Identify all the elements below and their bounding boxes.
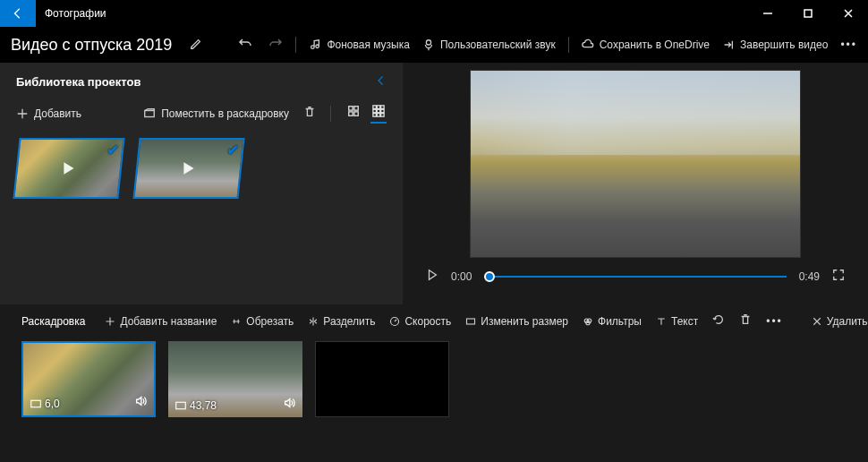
- fullscreen-button[interactable]: [832, 269, 845, 284]
- rotate-icon: [712, 313, 725, 326]
- check-icon: ✔: [226, 141, 239, 158]
- svg-rect-14: [377, 114, 380, 117]
- rotate-button[interactable]: [712, 313, 725, 329]
- delete-button[interactable]: [303, 106, 316, 121]
- svg-rect-10: [373, 109, 377, 113]
- add-title-button[interactable]: Добавить название: [105, 315, 217, 328]
- svg-rect-7: [373, 106, 377, 109]
- svg-rect-22: [176, 402, 186, 409]
- project-title: Видео с отпуска 2019: [11, 36, 172, 55]
- svg-rect-13: [373, 114, 377, 117]
- player-bar: 0:00 0:49: [421, 258, 850, 295]
- grid-large-button[interactable]: [370, 103, 387, 124]
- play-icon: [426, 269, 438, 281]
- resize-button[interactable]: Изменить размер: [465, 315, 568, 328]
- minimize-icon: [763, 9, 772, 18]
- delete-all-button[interactable]: Удалить все: [812, 315, 868, 328]
- titlebar: Фотографии: [0, 0, 868, 27]
- add-media-button[interactable]: Добавить: [16, 107, 81, 120]
- grid-3x3-icon: [372, 105, 385, 117]
- resize-icon: [465, 316, 476, 327]
- custom-sound-button[interactable]: Пользовательский звук: [422, 38, 556, 51]
- grid-2x2-icon: [347, 105, 360, 117]
- pencil-icon: [190, 38, 202, 50]
- place-storyboard-button[interactable]: Поместить в раскадровку: [143, 107, 289, 120]
- undo-icon: [238, 37, 252, 51]
- svg-rect-2: [145, 110, 155, 116]
- split-button[interactable]: Разделить: [308, 315, 375, 328]
- redo-icon: [268, 37, 283, 51]
- trash-icon: [739, 313, 752, 326]
- svg-rect-12: [381, 109, 385, 113]
- text-icon: [656, 316, 667, 327]
- app-name: Фотографии: [45, 7, 106, 20]
- volume-icon: [134, 395, 147, 410]
- close-icon: [844, 9, 853, 18]
- svg-rect-6: [354, 112, 358, 116]
- seek-bar[interactable]: [484, 276, 786, 278]
- svg-rect-5: [349, 112, 353, 116]
- filters-button[interactable]: Фильтры: [583, 315, 642, 328]
- storyboard-title: Раскадровка: [21, 315, 85, 328]
- svg-rect-4: [354, 107, 358, 110]
- maximize-button[interactable]: [787, 0, 828, 27]
- svg-rect-21: [31, 400, 41, 407]
- text-button[interactable]: Текст: [656, 315, 698, 328]
- clip-1[interactable]: 6,0: [21, 341, 156, 417]
- undo-button[interactable]: [238, 37, 252, 54]
- svg-point-1: [426, 40, 430, 45]
- preview-canvas[interactable]: [470, 70, 801, 258]
- clip-2[interactable]: 43,78: [168, 341, 302, 417]
- speed-icon: [389, 316, 400, 327]
- finish-video-button[interactable]: Завершить видео: [722, 38, 828, 51]
- trash-icon: [303, 106, 316, 118]
- svg-rect-9: [381, 106, 385, 109]
- filters-icon: [583, 316, 593, 327]
- plus-icon: [16, 107, 29, 120]
- library-title: Библиотека проектов: [16, 75, 140, 89]
- svg-rect-11: [377, 109, 380, 113]
- fullscreen-icon: [832, 269, 845, 281]
- chevron-left-icon: [376, 75, 387, 86]
- library-thumb-2[interactable]: ✔: [132, 138, 244, 199]
- plus-icon: [105, 316, 115, 327]
- play-icon: [64, 162, 73, 174]
- speed-button[interactable]: Скорость: [389, 315, 451, 328]
- preview-panel: 0:00 0:49: [403, 63, 868, 304]
- redo-button[interactable]: [268, 37, 283, 54]
- svg-rect-17: [467, 319, 475, 324]
- volume-icon: [283, 397, 295, 412]
- cloud-icon: [582, 38, 594, 51]
- close-button[interactable]: [828, 0, 868, 27]
- main-toolbar: Видео с отпуска 2019 Фоновая музыка Поль…: [0, 27, 868, 63]
- music-icon: [309, 38, 321, 51]
- back-button[interactable]: [0, 0, 36, 27]
- play-button[interactable]: [426, 269, 438, 284]
- library-thumb-1[interactable]: ✔: [13, 138, 124, 199]
- svg-rect-8: [377, 106, 380, 109]
- grid-small-button[interactable]: [345, 103, 362, 124]
- edit-title-button[interactable]: [190, 38, 202, 53]
- collapse-library-button[interactable]: [376, 75, 387, 89]
- storyboard-toolbar: Раскадровка Добавить название Обрезать Р…: [21, 313, 847, 329]
- play-icon: [183, 162, 193, 174]
- clip-3[interactable]: [315, 341, 449, 417]
- frame-icon: [175, 401, 186, 410]
- maximize-icon: [804, 9, 813, 18]
- bg-music-button[interactable]: Фоновая музыка: [309, 38, 410, 51]
- duration: 0:49: [799, 270, 820, 283]
- more-button[interactable]: •••: [840, 38, 857, 51]
- frame-icon: [30, 399, 41, 408]
- storyboard-panel: Раскадровка Добавить название Обрезать Р…: [0, 304, 868, 426]
- arrow-left-icon: [12, 7, 24, 20]
- trim-button[interactable]: Обрезать: [231, 315, 294, 328]
- save-onedrive-button[interactable]: Сохранить в OneDrive: [582, 38, 710, 51]
- seek-handle[interactable]: [484, 271, 495, 282]
- more-storyboard-button[interactable]: •••: [766, 315, 783, 328]
- delete-clip-button[interactable]: [739, 313, 752, 329]
- svg-rect-0: [804, 10, 812, 17]
- mic-icon: [422, 38, 435, 51]
- storyboard-clips: 6,0 43,78: [21, 341, 847, 417]
- minimize-button[interactable]: [747, 0, 787, 27]
- storyboard-icon: [143, 107, 156, 120]
